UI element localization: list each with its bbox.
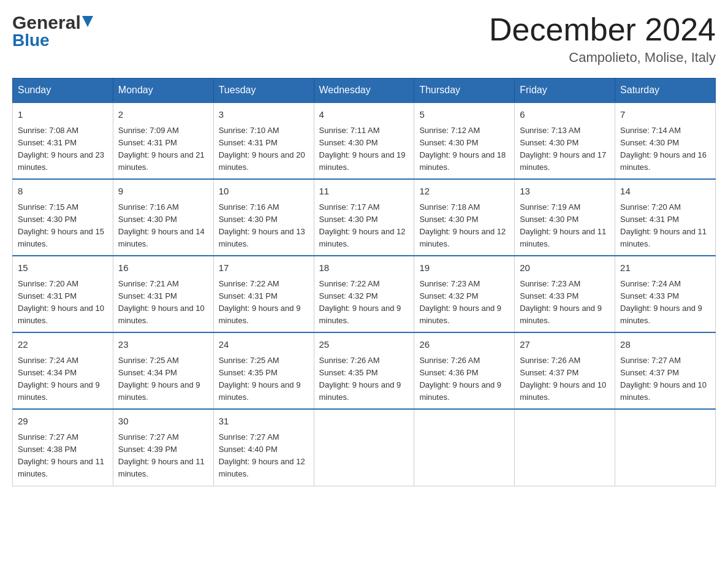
day-info: Sunrise: 7:25 AMSunset: 4:34 PMDaylight:…: [118, 354, 208, 404]
header-friday: Friday: [515, 79, 615, 103]
calendar-cell: 23Sunrise: 7:25 AMSunset: 4:34 PMDayligh…: [113, 332, 213, 409]
day-number: 23: [118, 338, 208, 352]
day-number: 12: [419, 185, 509, 199]
calendar-cell: 24Sunrise: 7:25 AMSunset: 4:35 PMDayligh…: [213, 332, 314, 409]
calendar-cell: 6Sunrise: 7:13 AMSunset: 4:30 PMDaylight…: [515, 102, 615, 179]
calendar-week-row: 1Sunrise: 7:08 AMSunset: 4:31 PMDaylight…: [13, 102, 716, 179]
day-number: 3: [219, 108, 309, 122]
calendar-cell: 17Sunrise: 7:22 AMSunset: 4:31 PMDayligh…: [213, 256, 314, 332]
calendar-header: SundayMondayTuesdayWednesdayThursdayFrid…: [13, 79, 716, 103]
logo: General Blue: [12, 12, 93, 50]
day-info: Sunrise: 7:20 AMSunset: 4:31 PMDaylight:…: [18, 278, 108, 327]
calendar-cell: 21Sunrise: 7:24 AMSunset: 4:33 PMDayligh…: [615, 256, 716, 332]
day-info: Sunrise: 7:26 AMSunset: 4:35 PMDaylight:…: [319, 354, 409, 404]
day-number: 16: [118, 261, 208, 275]
day-info: Sunrise: 7:27 AMSunset: 4:40 PMDaylight:…: [219, 431, 309, 481]
calendar-body: 1Sunrise: 7:08 AMSunset: 4:31 PMDaylight…: [13, 102, 716, 486]
day-number: 14: [620, 185, 710, 199]
day-number: 22: [18, 338, 108, 352]
calendar-cell: 4Sunrise: 7:11 AMSunset: 4:30 PMDaylight…: [314, 102, 414, 179]
calendar-cell: 5Sunrise: 7:12 AMSunset: 4:30 PMDaylight…: [414, 102, 515, 179]
day-info: Sunrise: 7:09 AMSunset: 4:31 PMDaylight:…: [118, 124, 208, 174]
logo-arrow-icon: [82, 16, 93, 27]
day-info: Sunrise: 7:16 AMSunset: 4:30 PMDaylight:…: [118, 201, 208, 251]
calendar-cell: [314, 409, 414, 486]
day-info: Sunrise: 7:16 AMSunset: 4:30 PMDaylight:…: [219, 201, 309, 251]
title-area: December 2024 Campolieto, Molise, Italy: [489, 12, 716, 66]
calendar-table: SundayMondayTuesdayWednesdayThursdayFrid…: [12, 78, 716, 486]
day-info: Sunrise: 7:13 AMSunset: 4:30 PMDaylight:…: [520, 124, 610, 174]
day-info: Sunrise: 7:21 AMSunset: 4:31 PMDaylight:…: [118, 278, 208, 327]
calendar-cell: 28Sunrise: 7:27 AMSunset: 4:37 PMDayligh…: [615, 332, 716, 409]
day-info: Sunrise: 7:10 AMSunset: 4:31 PMDaylight:…: [219, 124, 309, 174]
day-info: Sunrise: 7:23 AMSunset: 4:33 PMDaylight:…: [520, 278, 610, 327]
header-wednesday: Wednesday: [314, 79, 414, 103]
day-number: 26: [419, 338, 509, 352]
day-number: 27: [520, 338, 610, 352]
day-info: Sunrise: 7:27 AMSunset: 4:38 PMDaylight:…: [18, 431, 108, 481]
calendar-cell: 11Sunrise: 7:17 AMSunset: 4:30 PMDayligh…: [314, 179, 414, 256]
day-number: 24: [219, 338, 309, 352]
day-number: 5: [419, 108, 509, 122]
day-info: Sunrise: 7:19 AMSunset: 4:30 PMDaylight:…: [520, 201, 610, 251]
calendar-cell: [515, 409, 615, 486]
calendar-cell: 13Sunrise: 7:19 AMSunset: 4:30 PMDayligh…: [515, 179, 615, 256]
calendar-cell: [414, 409, 515, 486]
day-number: 15: [18, 261, 108, 275]
calendar-cell: 26Sunrise: 7:26 AMSunset: 4:36 PMDayligh…: [414, 332, 515, 409]
day-number: 13: [520, 185, 610, 199]
day-number: 31: [219, 415, 309, 429]
header-thursday: Thursday: [414, 79, 515, 103]
header-sunday: Sunday: [13, 79, 113, 103]
calendar-week-row: 29Sunrise: 7:27 AMSunset: 4:38 PMDayligh…: [13, 409, 716, 486]
day-number: 11: [319, 185, 409, 199]
day-number: 7: [620, 108, 710, 122]
calendar-cell: [615, 409, 716, 486]
day-number: 2: [118, 108, 208, 122]
calendar-cell: 16Sunrise: 7:21 AMSunset: 4:31 PMDayligh…: [113, 256, 213, 332]
calendar-cell: 1Sunrise: 7:08 AMSunset: 4:31 PMDaylight…: [13, 102, 113, 179]
calendar-cell: 31Sunrise: 7:27 AMSunset: 4:40 PMDayligh…: [213, 409, 314, 486]
location-title: Campolieto, Molise, Italy: [489, 50, 716, 66]
calendar-cell: 10Sunrise: 7:16 AMSunset: 4:30 PMDayligh…: [213, 179, 314, 256]
calendar-cell: 15Sunrise: 7:20 AMSunset: 4:31 PMDayligh…: [13, 256, 113, 332]
calendar-cell: 14Sunrise: 7:20 AMSunset: 4:31 PMDayligh…: [615, 179, 716, 256]
calendar-cell: 18Sunrise: 7:22 AMSunset: 4:32 PMDayligh…: [314, 256, 414, 332]
day-number: 9: [118, 185, 208, 199]
calendar-cell: 3Sunrise: 7:10 AMSunset: 4:31 PMDaylight…: [213, 102, 314, 179]
day-number: 4: [319, 108, 409, 122]
calendar-cell: 30Sunrise: 7:27 AMSunset: 4:39 PMDayligh…: [113, 409, 213, 486]
day-number: 30: [118, 415, 208, 429]
header-monday: Monday: [113, 79, 213, 103]
day-info: Sunrise: 7:12 AMSunset: 4:30 PMDaylight:…: [419, 124, 509, 174]
day-info: Sunrise: 7:11 AMSunset: 4:30 PMDaylight:…: [319, 124, 409, 174]
day-info: Sunrise: 7:23 AMSunset: 4:32 PMDaylight:…: [419, 278, 509, 327]
header-row: SundayMondayTuesdayWednesdayThursdayFrid…: [13, 79, 716, 103]
day-number: 18: [319, 261, 409, 275]
day-number: 19: [419, 261, 509, 275]
calendar-week-row: 22Sunrise: 7:24 AMSunset: 4:34 PMDayligh…: [13, 332, 716, 409]
calendar-cell: 8Sunrise: 7:15 AMSunset: 4:30 PMDaylight…: [13, 179, 113, 256]
calendar-cell: 12Sunrise: 7:18 AMSunset: 4:30 PMDayligh…: [414, 179, 515, 256]
day-info: Sunrise: 7:27 AMSunset: 4:37 PMDaylight:…: [620, 354, 710, 404]
calendar-week-row: 15Sunrise: 7:20 AMSunset: 4:31 PMDayligh…: [13, 256, 716, 332]
calendar-cell: 20Sunrise: 7:23 AMSunset: 4:33 PMDayligh…: [515, 256, 615, 332]
day-number: 20: [520, 261, 610, 275]
day-number: 8: [18, 185, 108, 199]
day-info: Sunrise: 7:27 AMSunset: 4:39 PMDaylight:…: [118, 431, 208, 481]
day-info: Sunrise: 7:26 AMSunset: 4:37 PMDaylight:…: [520, 354, 610, 404]
svg-marker-0: [82, 16, 93, 27]
day-info: Sunrise: 7:25 AMSunset: 4:35 PMDaylight:…: [219, 354, 309, 404]
calendar-cell: 9Sunrise: 7:16 AMSunset: 4:30 PMDaylight…: [113, 179, 213, 256]
day-number: 17: [219, 261, 309, 275]
day-info: Sunrise: 7:15 AMSunset: 4:30 PMDaylight:…: [18, 201, 108, 251]
day-number: 6: [520, 108, 610, 122]
day-info: Sunrise: 7:17 AMSunset: 4:30 PMDaylight:…: [319, 201, 409, 251]
calendar-cell: 27Sunrise: 7:26 AMSunset: 4:37 PMDayligh…: [515, 332, 615, 409]
day-number: 10: [219, 185, 309, 199]
logo-blue: Blue: [12, 31, 50, 50]
calendar-cell: 22Sunrise: 7:24 AMSunset: 4:34 PMDayligh…: [13, 332, 113, 409]
day-info: Sunrise: 7:26 AMSunset: 4:36 PMDaylight:…: [419, 354, 509, 404]
day-info: Sunrise: 7:18 AMSunset: 4:30 PMDaylight:…: [419, 201, 509, 251]
day-number: 28: [620, 338, 710, 352]
